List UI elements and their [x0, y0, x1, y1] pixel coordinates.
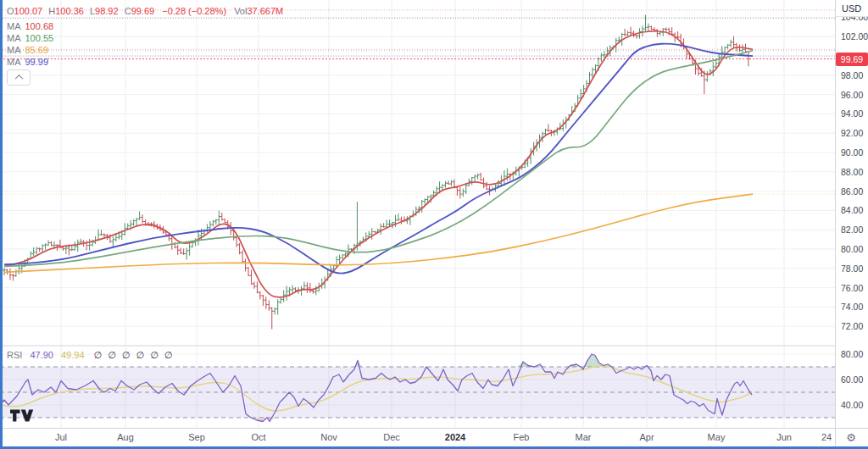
- time-tick-label: Nov: [320, 432, 337, 442]
- window-left-accent: [0, 0, 3, 449]
- trading-chart-window: { "ohlc": { "o_label":"O","o":"100.07", …: [0, 0, 868, 449]
- volume-value: 37.667M: [247, 6, 283, 16]
- currency-label: USD: [836, 0, 868, 17]
- rsi-tick-label: 40.00: [841, 400, 863, 410]
- rsi-empty-values: ∅ ∅ ∅ ∅ ∅ ∅: [94, 350, 175, 360]
- rsi-label: RSI: [7, 350, 22, 360]
- price-tick-label: 90.00: [841, 147, 863, 158]
- open-value: 100.07: [14, 6, 43, 16]
- volume-label: Vol: [234, 6, 247, 16]
- price-tick-label: 94.00: [841, 108, 863, 119]
- close-value: 99.69: [131, 6, 155, 16]
- collapse-legend-button[interactable]: [7, 69, 31, 86]
- rsi-ma-value: 49.94: [61, 350, 85, 360]
- ma-value: 85.69: [25, 45, 49, 55]
- time-tick-label: Feb: [514, 432, 530, 442]
- price-tick-label: 102.00: [841, 31, 868, 42]
- price-tick-label: 96.00: [841, 90, 863, 100]
- close-label: C: [125, 6, 131, 16]
- time-tail-label: 24: [821, 432, 832, 442]
- ma-legend-row[interactable]: MA99.99: [7, 56, 48, 68]
- chevron-up-icon: [14, 75, 23, 83]
- MA-fast: [4, 31, 753, 297]
- ma-value: 99.99: [25, 57, 49, 67]
- time-tick-label: May: [708, 432, 726, 442]
- rsi-value: 47.90: [30, 350, 53, 360]
- price-tick-label: 80.00: [841, 244, 863, 254]
- ohlc-legend: O100.07 H100.36 L98.92 C99.69 −0.28 (−0.…: [7, 5, 283, 17]
- time-tick-label: Apr: [639, 432, 654, 442]
- ma-value: 100.55: [25, 33, 54, 43]
- rsi-tick-label: 80.00: [841, 349, 863, 359]
- last-price-badge: 99.69: [836, 53, 868, 66]
- price-tick-label: 74.00: [841, 302, 863, 312]
- price-tick-label: 88.00: [841, 167, 863, 177]
- tradingview-logo: [9, 408, 35, 423]
- time-tick-label: Mar: [576, 432, 592, 442]
- time-tick-label: Oct: [251, 432, 265, 442]
- time-tick-label: Jun: [776, 432, 792, 442]
- price-tick-label: 72.00: [841, 321, 863, 331]
- rsi-tick-label: 60.00: [841, 374, 863, 385]
- change-value: −0.28 (−0.28%): [162, 6, 226, 16]
- price-tick-label: 84.00: [841, 205, 863, 215]
- price-tick-label: 78.00: [841, 263, 863, 274]
- high-value: 100.36: [55, 6, 84, 16]
- gear-icon[interactable]: ⚙: [844, 430, 858, 444]
- ma-legend-row[interactable]: MA85.69: [7, 44, 48, 56]
- price-tick-label: 76.00: [841, 283, 863, 293]
- ma-label: MA: [7, 33, 21, 43]
- time-tick-label: Sep: [188, 432, 205, 442]
- time-tick-label: Dec: [383, 432, 400, 442]
- price-tick-label: 86.00: [841, 186, 863, 197]
- open-label: O: [7, 6, 14, 16]
- MA-medium: [4, 44, 753, 274]
- time-tick-label: 2024: [445, 432, 465, 442]
- time-tick-label: Jul: [55, 432, 67, 442]
- chart-canvas[interactable]: [0, 0, 868, 449]
- price-axis-border: [835, 0, 836, 446]
- gridlines: [0, 0, 835, 428]
- rsi-legend[interactable]: RSI 47.90 49.94 ∅ ∅ ∅ ∅ ∅ ∅: [7, 350, 174, 361]
- low-value: 98.92: [95, 6, 119, 16]
- time-tick-label: Aug: [117, 432, 134, 442]
- ma-label: MA: [7, 21, 21, 31]
- price-tick-label: 98.00: [841, 70, 863, 80]
- ma-value: 100.68: [25, 21, 54, 31]
- price-tick-label: 82.00: [841, 224, 863, 235]
- ma-label: MA: [7, 57, 21, 67]
- price-tick-label: 92.00: [841, 128, 863, 138]
- ma-legend-row[interactable]: MA100.68: [7, 20, 53, 32]
- ma-legend-row[interactable]: MA100.55: [7, 32, 53, 44]
- ma-label: MA: [7, 45, 21, 55]
